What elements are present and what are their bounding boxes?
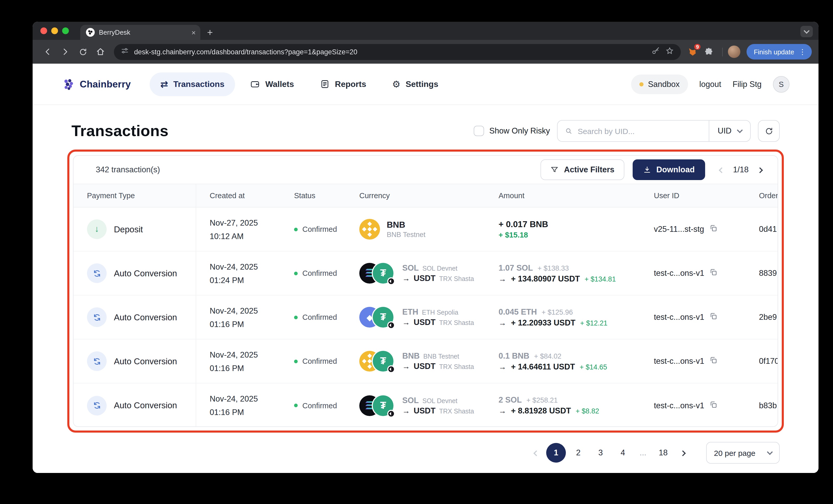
- currency-cell: ETHETH Sepolia USDTTRX Shasta: [346, 296, 485, 339]
- page-button-3[interactable]: 3: [591, 443, 611, 462]
- currency-cell: BNB BNB Testnet: [346, 207, 485, 251]
- transactions-page: Transactions Show Only Risky UID: [32, 105, 818, 473]
- brand[interactable]: Chainberry: [62, 77, 131, 91]
- payment-type-cell: Auto Conversion: [73, 296, 196, 339]
- toolbar-divider: [722, 47, 723, 56]
- order-id-cell: 8839: [745, 251, 778, 295]
- copy-icon[interactable]: [709, 224, 718, 234]
- transactions-table-card: 342 transaction(s) Active Filters Downlo…: [73, 155, 778, 427]
- transaction-row[interactable]: Auto Conversion Nov-24, 202501:16 PM Con…: [73, 339, 778, 383]
- address-bar[interactable]: desk-stg.chainberry.com/dashboard/transa…: [114, 44, 681, 60]
- page-button-1[interactable]: 1: [546, 443, 566, 462]
- status-cell: Confirmed: [281, 251, 346, 295]
- fullscreen-window-button[interactable]: [62, 27, 69, 34]
- url-text[interactable]: desk-stg.chainberry.com/dashboard/transa…: [134, 48, 646, 56]
- user-avatar[interactable]: S: [773, 76, 789, 92]
- site-settings-icon[interactable]: [121, 47, 129, 57]
- browser-profile-avatar[interactable]: [728, 46, 740, 58]
- status-cell: Confirmed: [281, 339, 346, 383]
- home-button[interactable]: [92, 44, 109, 60]
- copy-icon[interactable]: [710, 312, 718, 322]
- amount-cell: 0.1 BNB+ $84.02 + 14.64611 USDT+ $14.65: [485, 339, 640, 383]
- user-id-cell: test-c...ons-v1: [640, 339, 745, 383]
- user-id-cell: test-c...ons-v1: [640, 383, 745, 427]
- amount-cell: + 0.017 BNB + $15.18: [485, 207, 640, 251]
- nav-settings[interactable]: ⚙ Settings: [381, 72, 449, 96]
- filter-icon: [551, 166, 559, 174]
- copy-icon[interactable]: [710, 268, 718, 278]
- nav-reports[interactable]: Reports: [309, 72, 377, 96]
- show-only-risky-toggle[interactable]: Show Only Risky: [474, 126, 550, 136]
- currency-pair-icons: [359, 394, 396, 417]
- search-icon: [565, 127, 573, 135]
- search-field[interactable]: [558, 127, 709, 135]
- transaction-row[interactable]: Auto Conversion Nov-24, 202501:16 PM Con…: [73, 296, 778, 339]
- payment-type-cell: Auto Conversion: [73, 339, 196, 383]
- extension-badge: 9: [693, 43, 701, 51]
- app-header: Chainberry ⇄ Transactions Wallets Report…: [32, 64, 818, 105]
- auto-conversion-icon: [87, 307, 106, 327]
- col-amount: Amount: [485, 184, 640, 207]
- page-title: Transactions: [71, 122, 168, 140]
- tron-badge-icon: [387, 365, 395, 373]
- pagination-next-icon[interactable]: [679, 446, 687, 459]
- bottom-pagination: 1 2 3 4 ... 18 20 per page: [67, 442, 784, 464]
- search-input[interactable]: [578, 127, 702, 135]
- amount-cell: 1.07 SOL+ $138.33 + 134.80907 USDT+ $134…: [485, 251, 640, 295]
- nav-transactions[interactable]: ⇄ Transactions: [149, 72, 235, 96]
- order-id-cell: b83b: [745, 383, 778, 427]
- nav-wallets[interactable]: Wallets: [239, 72, 305, 96]
- back-button[interactable]: [39, 44, 56, 60]
- download-button[interactable]: Download: [633, 159, 705, 180]
- logout-link[interactable]: logout: [699, 79, 721, 89]
- pagination-prev-icon[interactable]: [532, 446, 541, 459]
- password-key-icon[interactable]: [651, 46, 660, 57]
- currency-cell: BNBBNB Testnet USDTTRX Shasta: [346, 339, 485, 383]
- next-page-icon[interactable]: [756, 163, 764, 176]
- transaction-row[interactable]: Auto Conversion Nov-24, 202501:24 PM Con…: [73, 251, 778, 296]
- forward-button[interactable]: [57, 44, 73, 60]
- browser-tab[interactable]: BerryDesk ×: [80, 25, 200, 40]
- page-button-4[interactable]: 4: [613, 443, 633, 462]
- copy-icon[interactable]: [710, 400, 718, 411]
- refresh-button[interactable]: [758, 120, 780, 142]
- currency-cell: SOLSOL Devnet USDTTRX Shasta: [346, 251, 485, 295]
- reload-button[interactable]: [75, 44, 91, 60]
- per-page-select[interactable]: 20 per page: [706, 442, 780, 464]
- transaction-row[interactable]: Auto Conversion Nov-24, 202501:16 PM Con…: [73, 383, 778, 427]
- risky-checkbox[interactable]: [474, 126, 484, 136]
- created-at-cell: Nov-24, 202501:24 PM: [196, 251, 281, 295]
- copy-icon[interactable]: [710, 356, 718, 367]
- amount-cell: 0.045 ETH+ $125.96 + 12.20933 USDT+ $12.…: [485, 296, 640, 339]
- order-id-cell: 2be9: [745, 296, 778, 339]
- finish-update-button[interactable]: Finish update ⋮: [746, 44, 812, 59]
- close-window-button[interactable]: [40, 27, 47, 34]
- tab-title: BerryDesk: [99, 28, 187, 36]
- minimize-window-button[interactable]: [51, 27, 58, 34]
- currency-cell: SOLSOL Devnet USDTTRX Shasta: [346, 383, 485, 427]
- created-at-cell: Nov-24, 202501:16 PM: [196, 383, 281, 427]
- extensions-puzzle-icon[interactable]: [700, 44, 717, 60]
- prev-page-icon[interactable]: [718, 163, 726, 176]
- search-combo: UID: [557, 120, 751, 142]
- created-at-cell: Nov-24, 202501:16 PM: [196, 296, 281, 339]
- arrow-right-icon: [499, 362, 506, 371]
- bookmark-star-icon[interactable]: [665, 46, 674, 57]
- status-dot: [294, 271, 298, 275]
- transaction-row[interactable]: ↓ Deposit Nov-27, 202510:12 AM Confirmed: [73, 207, 778, 251]
- page-button-2[interactable]: 2: [568, 443, 588, 462]
- auto-conversion-icon: [87, 351, 106, 371]
- table-header-row: Payment Type Created at Status Currency …: [73, 184, 778, 207]
- extension-icon[interactable]: 9: [686, 45, 699, 58]
- active-filters-button[interactable]: Active Filters: [541, 159, 624, 180]
- arrow-right-icon: [402, 406, 410, 415]
- swap-arrows-icon: ⇄: [160, 79, 168, 89]
- tab-search-button[interactable]: [801, 26, 813, 37]
- browser-menu-icon[interactable]: ⋮: [799, 48, 806, 56]
- arrow-right-icon: [402, 274, 410, 283]
- tab-close-icon[interactable]: ×: [192, 28, 196, 36]
- gear-icon: ⚙: [392, 79, 401, 89]
- new-tab-button[interactable]: +: [207, 27, 213, 37]
- search-filter-select[interactable]: UID: [710, 126, 750, 135]
- page-button-18[interactable]: 18: [653, 443, 673, 462]
